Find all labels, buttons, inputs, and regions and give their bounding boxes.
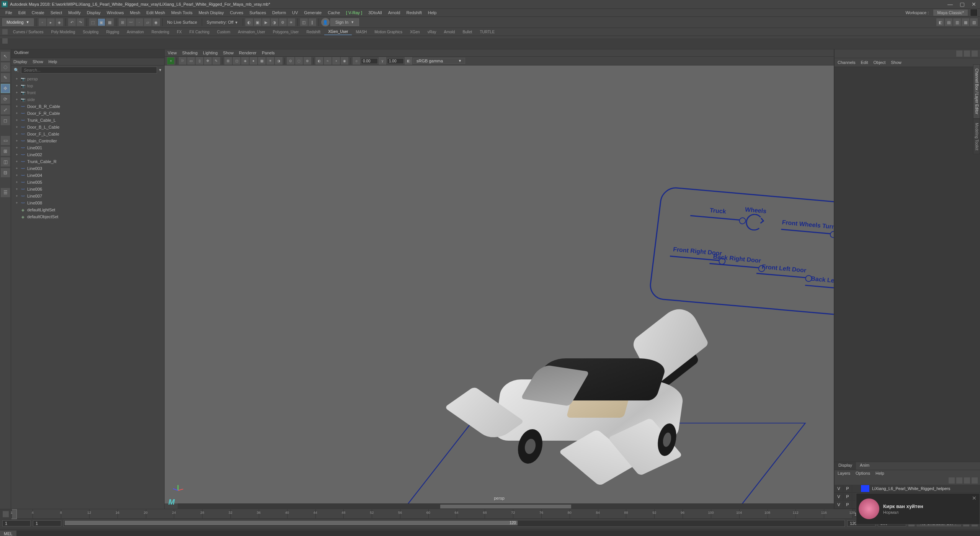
render-settings-icon[interactable]: ⚙ <box>279 18 287 26</box>
select-object-icon[interactable]: ▣ <box>98 18 105 26</box>
layout-single-icon[interactable]: ▭ <box>1 136 10 145</box>
outliner-node[interactable]: +〰Door_F_R_Cable <box>11 110 164 117</box>
ctrl-brd-slider[interactable] <box>709 263 763 269</box>
grid-icon[interactable]: ⊞ <box>224 57 232 65</box>
aa-icon[interactable]: ▪ <box>332 57 340 65</box>
attribute-editor-icon[interactable] <box>964 51 970 57</box>
viewport-menu-item[interactable]: View <box>168 51 177 55</box>
layer-move-down-icon[interactable] <box>956 477 962 484</box>
shelf-menu-icon[interactable] <box>2 29 8 34</box>
shelf-tab[interactable]: Rigging <box>102 29 123 35</box>
snap-plane-icon[interactable]: ▱ <box>144 18 152 26</box>
rotate-tool-icon[interactable]: ⟳ <box>1 95 10 104</box>
shelf-tab[interactable]: vRay <box>424 29 440 35</box>
ipr-icon[interactable]: ◑ <box>271 18 278 26</box>
hypershade-icon[interactable]: ◐ <box>245 18 253 26</box>
shelf-tab[interactable]: Custom <box>213 29 234 35</box>
gamma-icon[interactable]: γ <box>379 57 386 65</box>
gate-mask-icon[interactable]: ◻ <box>233 57 240 65</box>
menu-item[interactable]: Select <box>47 10 65 16</box>
outliner-node[interactable]: +📷persp <box>11 75 164 82</box>
select-tool-icon[interactable]: ↖ <box>1 52 10 61</box>
lock-ui-icon[interactable] <box>970 9 978 16</box>
pause-icon[interactable]: ‖ <box>309 18 316 26</box>
channel-menu-item[interactable]: Object <box>873 60 885 65</box>
layout-two-icon[interactable]: ◫ <box>1 157 10 167</box>
viewport-menu-item[interactable]: Lighting <box>203 51 218 55</box>
xray-icon[interactable]: ◌ <box>295 57 303 65</box>
outliner-node[interactable]: +📷front <box>11 89 164 96</box>
menu-item[interactable]: Deform <box>269 10 289 16</box>
outliner-node[interactable]: +〰Door_B_L_Cable <box>11 124 164 131</box>
last-tool-icon[interactable]: ◻ <box>1 116 10 125</box>
menu-item[interactable]: Modify <box>65 10 83 16</box>
ctrl-fld-slider[interactable] <box>756 273 810 278</box>
layer-new-empty-icon[interactable] <box>964 477 970 484</box>
outliner-menu-item[interactable]: Display <box>13 59 27 64</box>
textured-icon[interactable]: ▩ <box>258 57 266 65</box>
snap-point-icon[interactable]: · <box>136 18 143 26</box>
outliner-node[interactable]: ◈defaultLightSet <box>11 206 164 213</box>
isolate-icon[interactable]: ⊙ <box>287 57 294 65</box>
shelf-tab-active[interactable]: XGen_User <box>324 29 352 35</box>
outliner-node[interactable]: +〰Line007 <box>11 193 164 199</box>
time-ruler[interactable]: 1481216202428323640444852566064687276808… <box>11 509 852 519</box>
layer-row[interactable]: VPLiXiang_L6_Pearl_White_Rigged_helpers <box>835 485 980 493</box>
ctrl-fwt-slider[interactable] <box>781 229 834 235</box>
menu-item[interactable]: File <box>2 10 15 16</box>
outliner-node[interactable]: +〰Door_B_R_Cable <box>11 103 164 110</box>
move-tool-icon[interactable]: ✥ <box>1 84 10 93</box>
camera-bookmark-icon[interactable]: ⚐ <box>179 57 186 65</box>
menu-set-dropdown[interactable]: Modeling▼ <box>2 18 34 26</box>
outliner-node[interactable]: +〰Line004 <box>11 172 164 179</box>
shelf-tab[interactable]: Redshift <box>302 29 324 35</box>
viewport-menu-item[interactable]: Shading <box>182 51 198 55</box>
outliner-menu-item[interactable]: Help <box>49 59 57 64</box>
menu-item[interactable]: Cache <box>325 10 343 16</box>
layout-four-icon[interactable]: ⊞ <box>1 147 10 156</box>
ctrl-truck-slider[interactable] <box>690 215 744 221</box>
select-component-icon[interactable]: ▦ <box>106 18 114 26</box>
outliner-node[interactable]: +📷side <box>11 96 164 103</box>
shelf-tab[interactable]: MASH <box>352 29 371 35</box>
outliner-node[interactable]: +〰Trunk_Cable_L <box>11 117 164 124</box>
shelf-tab[interactable]: TURTLE <box>476 29 498 35</box>
image-plane-icon[interactable]: ▭ <box>187 57 195 65</box>
channel-box-icon[interactable] <box>956 51 962 57</box>
outliner-node[interactable]: +〰Main_Controller <box>11 137 164 144</box>
minimize-icon[interactable]: — <box>947 1 953 7</box>
menu-item[interactable]: Edit Mesh <box>143 10 168 16</box>
menu-item[interactable]: Generate <box>301 10 325 16</box>
open-scene-icon[interactable]: ▸ <box>47 18 55 26</box>
2d-pan-icon[interactable]: ✥ <box>204 57 212 65</box>
shelf-tab[interactable]: Animation_User <box>234 29 269 35</box>
horizontal-scrollbar[interactable] <box>178 503 834 509</box>
motion-blur-icon[interactable]: ≈ <box>324 57 332 65</box>
outliner-toggle-icon[interactable]: ☰ <box>1 188 10 197</box>
viewport-menu-item[interactable]: Show <box>223 51 234 55</box>
live-surface-label[interactable]: No Live Surface <box>165 20 199 25</box>
new-scene-icon[interactable]: ▫ <box>39 18 46 26</box>
workspace-dropdown[interactable]: Maya Classic* <box>933 10 968 16</box>
ao-icon[interactable]: ◐ <box>315 57 323 65</box>
exposure-field[interactable]: 0.00 <box>361 58 378 64</box>
sidebar-toggle-icon[interactable]: ▦ <box>962 18 969 26</box>
film-gate-icon[interactable]: ▯ <box>196 57 203 65</box>
gamma-field[interactable]: 1.00 <box>387 58 404 64</box>
viewport-menu-item[interactable]: Panels <box>262 51 275 55</box>
paint-select-tool-icon[interactable]: ✎ <box>1 73 10 82</box>
layer-menu-item[interactable]: Layers <box>838 471 850 476</box>
outliner-node[interactable]: +〰Line003 <box>11 165 164 172</box>
timeline-sound-icon[interactable] <box>3 511 9 517</box>
lasso-tool-icon[interactable]: ◌ <box>1 62 10 72</box>
shelf-tab[interactable]: Bullet <box>459 29 476 35</box>
shelf-tab[interactable]: FX Caching <box>186 29 213 35</box>
shaded-icon[interactable]: ● <box>250 57 257 65</box>
notification-toast[interactable]: Кирк ван хуйтен Нормал ✕ <box>856 493 980 525</box>
outliner-node[interactable]: +〰Line005 <box>11 179 164 186</box>
sidebar-toggle-icon[interactable]: ▧ <box>970 18 978 26</box>
sign-in-button[interactable]: Sign In▼ <box>330 18 359 26</box>
menu-item[interactable]: Mesh Display <box>196 10 227 16</box>
menu-item[interactable]: Display <box>84 10 104 16</box>
notification-close-icon[interactable]: ✕ <box>972 495 977 501</box>
